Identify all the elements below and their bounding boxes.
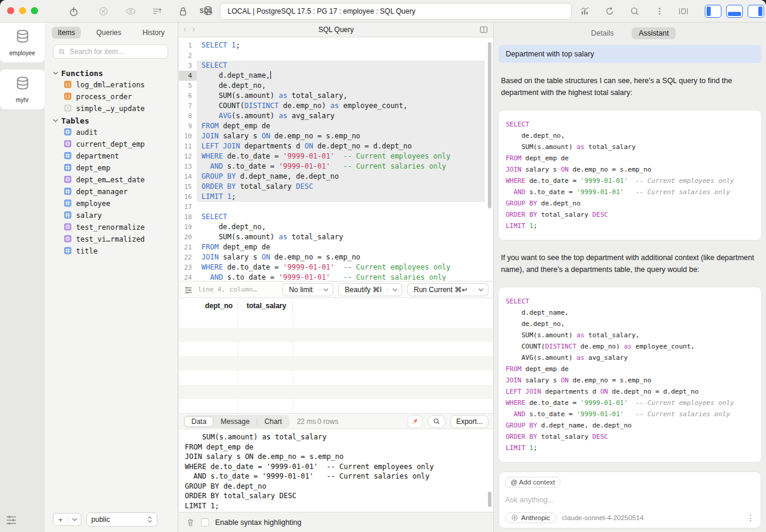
connection-icon[interactable]	[67, 4, 81, 18]
toggle-right-panel-button[interactable]	[748, 5, 764, 18]
assistant-composer[interactable]: @ Add context Ask anything... Anthropic …	[499, 471, 761, 528]
table-row[interactable]	[179, 385, 493, 399]
schema-selector[interactable]: public	[86, 512, 157, 527]
layout-columns-icon[interactable]	[676, 4, 691, 18]
close-window-button[interactable]	[7, 7, 14, 14]
connection-myhr[interactable]: myhr	[0, 69, 45, 109]
tab-history[interactable]: History	[137, 27, 171, 39]
tab-message[interactable]: Message	[213, 416, 257, 427]
run-current-button[interactable]: Run Current ⌘↵	[407, 283, 488, 296]
search-icon[interactable]	[628, 4, 642, 18]
sidebar-item-log_dml…erations[interactable]: ()log_dml…erations	[53, 79, 174, 91]
split-editor-icon[interactable]	[479, 25, 488, 36]
console-scrollbar[interactable]	[488, 492, 491, 507]
editor-line[interactable]: 1SELECT 1;	[179, 40, 493, 50]
editor-line[interactable]: 24 AND s.to_date = '9999-01-01' -- Curre…	[179, 273, 493, 281]
toggle-left-panel-button[interactable]	[705, 5, 721, 18]
tab-data[interactable]: Data	[184, 416, 213, 427]
editor-line[interactable]: 8 AVG(s.amount) as avg_salary	[179, 111, 493, 121]
editor-line[interactable]: 5 de.dept_no,	[179, 81, 493, 91]
search-results-button[interactable]	[427, 415, 446, 428]
assistant-conversation[interactable]: Department with top salary Based on the …	[494, 40, 766, 467]
composer-options-icon[interactable]: ⋮	[746, 515, 755, 521]
tab-queries[interactable]: Queries	[90, 27, 127, 39]
editor-line[interactable]: 19 de.dept_no,	[179, 222, 493, 232]
sidebar-item-employee[interactable]: employee	[53, 198, 174, 210]
editor-line[interactable]: 21FROM dept_emp de	[179, 242, 493, 252]
tab-items[interactable]: Items	[52, 27, 81, 39]
editor-line[interactable]: 2	[179, 50, 493, 61]
editor-line[interactable]: 20 SUM(s.amount) as total_salary	[179, 232, 493, 242]
sidebar-item-process_order[interactable]: ()process_order	[53, 91, 174, 103]
forward-button[interactable]: ›	[193, 24, 196, 34]
tab-chart[interactable]: Chart	[257, 416, 289, 427]
trash-icon[interactable]	[186, 518, 195, 527]
search-input[interactable]	[68, 47, 163, 56]
sidebar-item-dept_emp[interactable]: dept_emp	[53, 162, 174, 174]
item-search-field[interactable]	[53, 45, 168, 59]
editor-line[interactable]: 16LIMIT 1;	[179, 192, 493, 202]
editor-scrollbar[interactable]	[488, 42, 491, 208]
sidebar-item-test_vi…rmalized[interactable]: test_vi…rmalized	[53, 233, 174, 245]
sql-editor[interactable]: 1SELECT 1;2 3SELECT4 d.dept_name,5 de.de…	[179, 37, 493, 281]
editor-line[interactable]: 18SELECT	[179, 212, 493, 222]
editor-line[interactable]: 17	[179, 202, 493, 212]
tables-section-header[interactable]: Tables	[53, 115, 174, 126]
table-row[interactable]	[179, 370, 493, 385]
tab-details[interactable]: Details	[584, 27, 621, 39]
lock-icon[interactable]	[176, 4, 190, 18]
zoom-window-button[interactable]	[31, 7, 38, 14]
editor-line[interactable]: 12WHERE de.to_date = '9999-01-01' -- Cur…	[179, 151, 493, 162]
functions-section-header[interactable]: Functions	[53, 67, 174, 79]
editor-settings-icon[interactable]	[184, 285, 193, 294]
beautify-button[interactable]: Beautify ⌘I	[338, 283, 402, 296]
sidebar-item-current_dept_emp[interactable]: current_dept_emp	[53, 138, 174, 150]
provider-selector[interactable]: Anthropic	[505, 512, 556, 523]
sidebar-item-simple_…y_update[interactable]: simple_…y_update	[53, 103, 174, 115]
editor-line[interactable]: 11LEFT JOIN departments d ON de.dept_no …	[179, 141, 493, 151]
table-row[interactable]	[179, 356, 493, 370]
back-button[interactable]: ‹	[184, 24, 187, 34]
editor-line[interactable]: 13 AND s.to_date = '9999-01-01' -- Curre…	[179, 162, 493, 172]
table-row[interactable]	[179, 314, 493, 328]
sidebar-item-audit[interactable]: audit	[53, 126, 174, 138]
disconnect-icon[interactable]	[96, 4, 111, 18]
pin-icon[interactable]	[407, 415, 423, 428]
editor-line[interactable]: 14GROUP BY d.dept_name, de.dept_no	[179, 172, 493, 182]
editor-line[interactable]: 3SELECT	[179, 61, 493, 71]
rail-settings-icon[interactable]	[5, 513, 18, 526]
editor-line[interactable]: 7 COUNT(DISTINCT de.emp_no) as employee_…	[179, 101, 493, 111]
limit-dropdown[interactable]: No limit	[282, 283, 333, 296]
sidebar-item-title[interactable]: title	[53, 245, 174, 257]
editor-line[interactable]: 23WHERE de.to_date = '9999-01-01' -- Cur…	[179, 262, 493, 273]
column-header-dept-no[interactable]: dept_no	[197, 301, 238, 311]
syntax-highlighting-checkbox[interactable]	[201, 518, 209, 527]
tab-assistant[interactable]: Assistant	[632, 27, 676, 39]
query-console[interactable]: SUM(s.amount) as total_salaryFROM dept_e…	[179, 429, 493, 512]
queue-icon[interactable]	[150, 4, 164, 18]
add-item-button[interactable]: +	[53, 513, 81, 526]
editor-line[interactable]: 9FROM dept_emp de	[179, 121, 493, 131]
table-row[interactable]	[179, 342, 493, 356]
editor-line[interactable]: 4 d.dept_name,	[179, 71, 493, 81]
eye-icon[interactable]	[124, 4, 138, 18]
sidebar-item-dept_em…est_date[interactable]: dept_em…est_date	[53, 174, 174, 186]
sidebar-item-dept_manager[interactable]: dept_manager	[53, 186, 174, 198]
connection-employee[interactable]: employee	[0, 23, 45, 62]
sidebar-item-department[interactable]: department	[53, 150, 174, 162]
refresh-icon[interactable]	[603, 4, 617, 18]
editor-line[interactable]: 6 SUM(s.amount) as total_salary,	[179, 91, 493, 101]
connection-title[interactable]: LOCAL | PostgreSQL 17.5 : PG 17 : employ…	[220, 3, 572, 20]
editor-line[interactable]: 10JOIN salary s ON de.emp_no = s.emp_no	[179, 131, 493, 141]
table-row[interactable]	[179, 328, 493, 342]
editor-line[interactable]: 22JOIN salary s ON de.emp_no = s.emp_no	[179, 252, 493, 262]
add-context-button[interactable]: @ Add context	[505, 477, 560, 487]
chart-icon[interactable]	[578, 4, 592, 18]
export-button[interactable]: Export...	[450, 415, 488, 428]
toggle-bottom-panel-button[interactable]	[726, 5, 743, 18]
column-header-total-salary[interactable]: total_salary	[238, 301, 293, 311]
ask-input[interactable]: Ask anything...	[505, 496, 755, 504]
sidebar-item-test_renormalize[interactable]: test_renormalize	[53, 221, 174, 233]
more-options-icon[interactable]	[652, 4, 667, 18]
editor-line[interactable]: 15ORDER BY total_salary DESC	[179, 182, 493, 192]
